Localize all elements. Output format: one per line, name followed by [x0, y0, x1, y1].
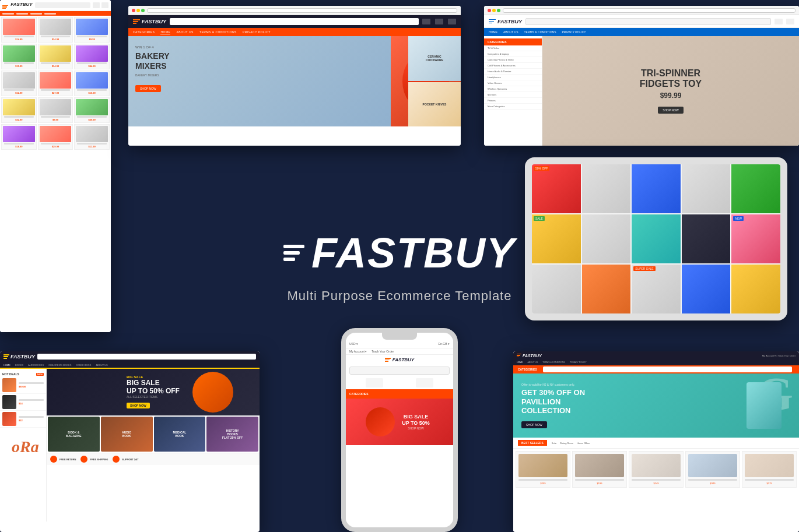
pbl-inner: FASTBUY HOME BOOKS AUDIOBOOKS CHILDREN'S… — [0, 351, 260, 532]
ptc-icon-1 — [422, 19, 430, 24]
pl-prod-img-2 — [40, 19, 72, 35]
ptr-icons — [775, 19, 794, 24]
ptc-inner: FASTBUY CATEGORIES HOME ABOUT US TERMS &… — [128, 6, 461, 146]
ptc-hero-text: WIN 1 OF 4 BAKERYMIXERS BAKERY MIXERS SH… — [128, 36, 391, 126]
ptr-cat-games: Video Games — [484, 80, 542, 86]
ptr-hero-content: TRI-SPINNERFIDGETS TOY $99.99 SHOP NOW — [640, 68, 702, 113]
center-logo-area: FASTBUY Multi Purpose Ecommerce Template — [283, 229, 516, 304]
ptc-hero-tag: WIN 1 OF 4 — [135, 45, 384, 49]
pbr-tab-dining[interactable]: Dining Room — [560, 442, 573, 445]
tablet-cell-4 — [682, 164, 731, 213]
ptr-dot-green — [497, 9, 500, 12]
tablet-cell-1: 50% OFF — [532, 164, 581, 213]
ptc-url-bar — [147, 8, 457, 13]
pl-prod-text-2 — [41, 36, 71, 37]
pbl-support-icon — [113, 456, 120, 463]
pbr-tab-office[interactable]: Home Office — [577, 442, 590, 445]
pbl-headphone-image — [192, 372, 233, 413]
pbl-hero: BIG SALE BIG SALEUP TO 50% OFF ALL SELEC… — [47, 369, 260, 415]
ptr-cat-more: More Categories — [484, 104, 542, 110]
tablet-cell-6: SALE — [532, 214, 581, 263]
pl-prod-img-7 — [3, 72, 35, 89]
pl-icons — [93, 2, 108, 8]
pbl-nav-about: ABOUT US — [96, 364, 107, 367]
pbr-prod-img-5 — [745, 454, 794, 477]
tablet-badge-2: SALE — [534, 216, 545, 221]
phone-notch — [382, 333, 417, 340]
tablet-cell-10: NEW — [731, 214, 780, 263]
pbl-hero-button[interactable]: SHOP NOW — [127, 403, 150, 408]
ptr-url-bar — [503, 8, 796, 13]
pbl-banner-text-3: MEDICALBOOK — [171, 429, 187, 439]
pbr-search — [543, 367, 792, 372]
ptc-dot-green — [141, 9, 145, 12]
pbr-logo-lines — [517, 354, 521, 358]
pl-prod-price-2: $24.99 — [40, 38, 72, 41]
pbl-hero-title: BIG SALEUP TO 50% OFF — [127, 379, 180, 396]
pbl-prod-info-2: $14 — [19, 399, 44, 405]
ora-overlay-text: oRa — [12, 438, 39, 456]
pbr-best-sellers-label: BEST SELLERS — [518, 440, 547, 446]
pbl-return-icon — [50, 456, 57, 463]
pl-prod-img-12 — [76, 99, 108, 115]
pl-product-4: $19.99 — [1, 44, 37, 69]
pbr-prod-price-1: $299 — [518, 482, 567, 485]
ptr-cat-cameras: Cameras Photos & Video — [484, 57, 542, 63]
pl-prod-text-11 — [41, 116, 71, 118]
pl-product-10: $22.99 — [1, 97, 37, 123]
pl-prod-text-9 — [77, 89, 107, 91]
pbl-hot-badge: NEW — [36, 373, 44, 376]
pbl-search — [37, 354, 256, 360]
pbr-hero-button[interactable]: SHOP NOW — [521, 421, 547, 428]
ptr-site-header: FASTBUY — [484, 15, 799, 28]
pl-nav-2 — [16, 13, 28, 15]
ptr-browser-bar — [484, 6, 799, 15]
ph-hero-title: BIG SALEUP TO 50% — [402, 414, 430, 427]
ptr-cat-printers: Printers — [484, 98, 542, 104]
pl-nav-3 — [30, 13, 42, 15]
ptr-hero-button[interactable]: SHOP NOW — [658, 107, 684, 114]
tablet-badge-4: SUPER SALE — [633, 266, 655, 271]
pbr-categories-label: CATEGORIES — [518, 368, 537, 371]
ptc-hero-button[interactable]: SHOP NOW — [135, 85, 161, 92]
ptr-categories-title: CATEGORIES — [484, 38, 542, 45]
pl-prod-text-10 — [4, 116, 34, 118]
ptc-logo: FASTBUY — [133, 19, 166, 24]
tablet-cell-13: SUPER SALE — [632, 265, 681, 313]
brand-logo: FASTBUY — [283, 229, 516, 277]
ptr-cat-audio: Home Audio & Theatre — [484, 69, 542, 75]
pl-product-15: $11.99 — [74, 124, 110, 150]
pbr-tab-sofa[interactable]: Sofa — [552, 442, 556, 445]
ptr-cat-monitors: Monitors — [484, 92, 542, 98]
ph-hero-image — [366, 407, 395, 436]
ptr-cat-phones: Cell Phones & Accessories — [484, 63, 542, 69]
pl-prod-price-12: $39.99 — [76, 118, 108, 121]
pl-product-7: $12.99 — [1, 71, 37, 96]
pl-prod-img-13 — [3, 126, 35, 142]
pbr-prod-title-3 — [632, 479, 681, 481]
ptr-hero-price: $99.99 — [640, 91, 702, 100]
pl-product-12: $39.99 — [74, 97, 110, 123]
panel-right-tablet: 50% OFF SALE NEW SUPER SALE — [525, 157, 787, 320]
pl-logo-lines — [2, 5, 8, 9]
pbl-banner-1: BOOK &MAGAZINE — [48, 417, 100, 452]
ptc-nav-home: HOME — [160, 30, 170, 34]
tablet-cell-5 — [731, 164, 780, 213]
ph-hero-button[interactable]: SHOP NOW — [402, 427, 430, 430]
pbr-inner: FASTBUY My Account ▾ | Track Your Order … — [513, 351, 799, 532]
tablet-cell-3 — [632, 164, 681, 213]
pbr-logo: FASTBUY — [517, 354, 542, 358]
ph-search-bar[interactable] — [349, 367, 450, 375]
pbr-prod-price-4: $349 — [688, 482, 737, 485]
pl-prod-text-12 — [77, 116, 107, 118]
ph-categories-bar: CATEGORIES — [346, 389, 453, 399]
pbr-topbar: FASTBUY My Account ▾ | Track Your Order — [513, 351, 799, 360]
pbr-categories-bar: CATEGORIES — [513, 365, 799, 374]
tablet-cell-9 — [682, 214, 731, 263]
tablet-cell-8 — [632, 214, 681, 263]
panel-phone: USD ▾ En-GB ▾ My Account ▾ Track Your Or… — [341, 328, 458, 532]
pbl-prod-item-1: $80.00 — [0, 377, 46, 394]
brand-name: FASTBUY — [311, 229, 516, 277]
ptr-nav-about: ABOUT US — [503, 30, 518, 34]
pbl-prod-info-3: $22 — [19, 416, 44, 422]
